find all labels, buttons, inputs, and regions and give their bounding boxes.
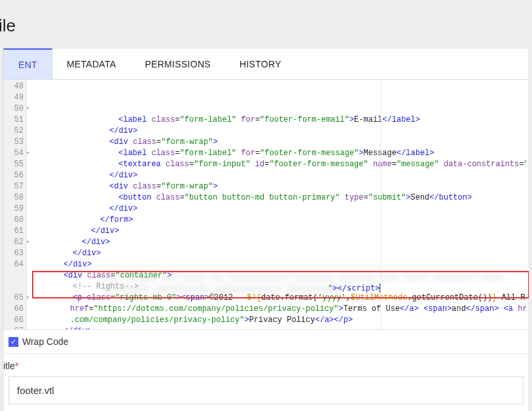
wrap-code-checkbox[interactable] [9, 337, 18, 347]
code-line[interactable]: <div class="container"> [36, 270, 526, 281]
tab-content[interactable]: ENT [3, 48, 52, 79]
code-line[interactable]: </div> [36, 326, 526, 329]
code-area[interactable]: <label class="form-label" for="footer-fo… [27, 80, 529, 329]
code-line[interactable]: </div> [36, 248, 526, 259]
code-line[interactable]: </div> [36, 237, 526, 248]
code-line[interactable]: <textarea class="form-input" id="footer-… [36, 159, 526, 170]
code-line[interactable]: href="https://dotcms.com/company/policie… [36, 304, 526, 315]
code-line[interactable]: </div> [36, 126, 526, 137]
tab-history[interactable]: HISTORY [225, 48, 296, 79]
tab-permissions[interactable]: PERMISSIONS [130, 48, 225, 79]
tab-bar: ENT METADATA PERMISSIONS HISTORY [3, 48, 529, 80]
code-line[interactable]: <p class="rights mb-0"><span>©2012 - $!{… [36, 293, 526, 304]
tab-metadata[interactable]: METADATA [52, 48, 131, 79]
code-line[interactable]: <label class="form-label" for="footer-fo… [36, 148, 526, 159]
code-line[interactable]: </div> [36, 170, 526, 181]
page-title: ile [0, 0, 532, 48]
wrap-code-label: Wrap Code [22, 336, 69, 347]
code-line[interactable]: <div class="form-wrap"> [36, 137, 526, 148]
required-mark: * [15, 361, 18, 371]
code-line[interactable]: <!-- Rights--> [36, 281, 526, 293]
title-field-label: itle* [3, 354, 529, 372]
code-line[interactable]: </div> [36, 226, 526, 237]
line-gutter: 4849505152535455565758596061626364656666… [3, 80, 27, 329]
content-panel: ENT METADATA PERMISSIONS HISTORY 4849505… [3, 48, 529, 411]
code-line[interactable]: <button class="button button-md button-p… [36, 192, 526, 204]
title-input[interactable]: footer.vtl [9, 376, 523, 404]
print-margin [380, 80, 381, 329]
wrap-code-row: Wrap Code [3, 330, 529, 354]
code-line[interactable]: <label class="form-label" for="footer-fo… [36, 115, 526, 126]
code-line[interactable]: <div class="form-wrap"> [36, 181, 526, 192]
code-line[interactable]: </form> [36, 215, 526, 226]
code-editor[interactable]: 4849505152535455565758596061626364656666… [3, 80, 529, 330]
code-line[interactable]: </div> [36, 204, 526, 215]
code-line[interactable]: </div> [36, 259, 526, 270]
code-line[interactable]: .com/company/policies/privacy-policy">Pr… [36, 315, 526, 326]
